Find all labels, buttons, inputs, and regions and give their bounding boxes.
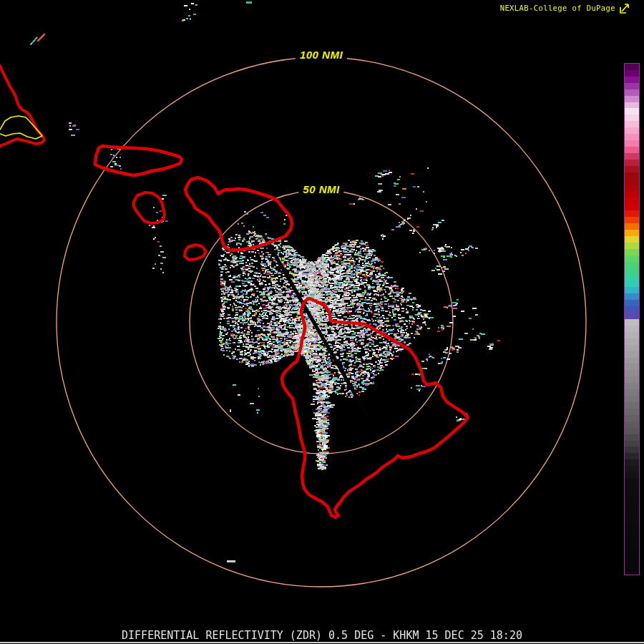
stray-segment-cyan bbox=[31, 37, 37, 44]
island-lanai bbox=[134, 192, 165, 223]
island-molokai bbox=[95, 146, 182, 175]
page-title: NEXLAB-College of DuPage bbox=[500, 4, 615, 12]
colorbar-scale bbox=[624, 63, 640, 575]
stray-segment-red bbox=[38, 34, 44, 41]
island-kahoolawe bbox=[185, 245, 206, 260]
island-maui bbox=[185, 177, 292, 250]
map-overlay-layer bbox=[0, 0, 644, 644]
nexlab-logo-icon bbox=[618, 2, 631, 15]
range-ring-label: 100 NMI bbox=[296, 49, 347, 61]
range-ring-label: 50 NMI bbox=[298, 183, 343, 195]
product-caption: DIFFERENTIAL REFLECTIVITY (ZDR) 0.5 DEG … bbox=[0, 629, 644, 642]
island-big-island bbox=[282, 298, 468, 517]
radar-display: 100 NMI50 NMI NEXLAB-College of DuPage D… bbox=[0, 0, 644, 644]
bottom-border-line bbox=[0, 642, 644, 643]
colorbar-gradient bbox=[625, 64, 639, 575]
